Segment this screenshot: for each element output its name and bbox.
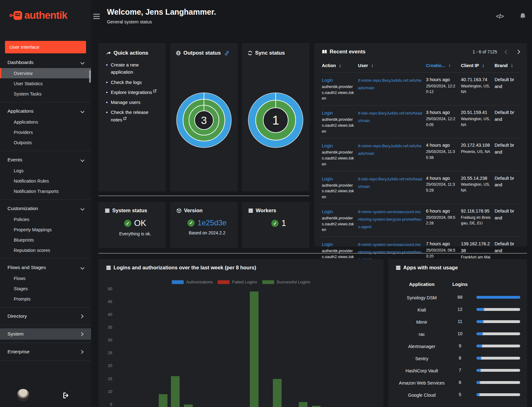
- sidebar-item-stages[interactable]: Stages: [0, 283, 91, 294]
- quick-action-check-the-release-notes[interactable]: •Check the release notes: [106, 109, 160, 123]
- sidebar-section-system[interactable]: System: [0, 328, 91, 340]
- event-user-link[interactable]: tf-mimir-system:serviceaccount:monitorin…: [358, 209, 422, 229]
- sidebar-section-flows-and-stages[interactable]: Flows and Stages: [0, 262, 91, 273]
- bell-icon[interactable]: [519, 12, 527, 20]
- event-action-link[interactable]: Login: [322, 77, 333, 84]
- y-axis-tick: 25: [103, 350, 112, 356]
- quick-action-check-the-logs[interactable]: •Check the logs: [106, 79, 160, 86]
- event-action-link[interactable]: Login: [322, 241, 333, 248]
- sidebar-scrollbar[interactable]: [89, 70, 91, 83]
- event-brand: Default brand: [495, 142, 516, 156]
- sidebar-item-notification-transports[interactable]: Notification Transports: [0, 186, 91, 196]
- sort-icon[interactable]: ↕: [511, 63, 513, 68]
- authentik-logo-icon: [9, 10, 22, 21]
- avatar[interactable]: [17, 389, 29, 401]
- sign-out-icon[interactable]: [62, 392, 69, 399]
- code-icon[interactable]: </>: [496, 12, 503, 20]
- sidebar-section-dashboards[interactable]: Dashboards: [0, 57, 91, 68]
- version-value[interactable]: 1e25d3e: [197, 218, 226, 227]
- event-user-link[interactable]: tf-mimir-repo:BeryJu/k8s:ref:refs/heads/…: [358, 78, 422, 90]
- column-header-creatio[interactable]: Creatio...↑: [426, 62, 461, 69]
- sidebar-item-system-tasks[interactable]: System Tasks: [0, 89, 91, 99]
- bullet-icon: •: [106, 89, 108, 96]
- user-interface-button[interactable]: User interface: [5, 41, 86, 53]
- sidebar-item-prompts[interactable]: Prompts: [0, 294, 91, 304]
- quick-action-label: Explore integrations: [111, 89, 157, 96]
- sidebar-item-applications[interactable]: Applications: [0, 117, 91, 127]
- list-item: Google Cloud5: [394, 391, 522, 403]
- sidebar-section-customization[interactable]: Customization: [0, 203, 91, 214]
- event-client-ip-cell: 92.116.178.95Freiburg im Breisgau, DE, E…: [461, 208, 495, 233]
- app-name: HashiCorp Vault: [394, 367, 449, 374]
- progress-fill: [476, 357, 481, 360]
- system-status-caption: Everything is ok.: [105, 231, 166, 236]
- sidebar-section-events[interactable]: Events: [0, 154, 91, 165]
- sidebar-item-providers[interactable]: Providers: [0, 127, 91, 137]
- sort-icon[interactable]: ↕: [482, 63, 484, 68]
- sidebar-item-overview[interactable]: Overview: [0, 68, 91, 78]
- sort-icon[interactable]: ↕: [339, 63, 341, 68]
- sidebar-item-property-mappings[interactable]: Property Mappings: [0, 224, 91, 235]
- sidebar-item-policies[interactable]: Policies: [0, 214, 91, 224]
- sidebar-section-directory[interactable]: Directory: [0, 311, 91, 322]
- sidebar-divider: [0, 307, 91, 307]
- quick-action-explore-integrations[interactable]: •Explore integrations: [106, 89, 160, 96]
- apps-column-logins: Logins: [449, 282, 471, 289]
- menu-icon[interactable]: [93, 14, 100, 20]
- sort-asc-icon[interactable]: ↑: [448, 63, 451, 68]
- app-logins: 12: [449, 306, 471, 312]
- event-user-link[interactable]: tf-mimir-repo:BeryJu/k8s:ref:refs/heads/…: [358, 144, 422, 156]
- event-action-link[interactable]: Login: [322, 176, 333, 183]
- progress-fill: [476, 320, 484, 323]
- sidebar-item-user-statistics[interactable]: User Statistics: [0, 78, 91, 89]
- quick-actions-card: Quick actions •Create a new application•…: [99, 43, 166, 191]
- event-client-ip: 92.116.178.95: [461, 208, 491, 215]
- quick-action-label: Check the logs: [111, 79, 142, 86]
- quick-action-manage-users[interactable]: •Manage users: [106, 99, 160, 106]
- column-header-brand[interactable]: Brand↕: [495, 62, 520, 69]
- sidebar: authentik User interface DashboardsOverv…: [0, 0, 91, 407]
- book-icon: [322, 49, 327, 54]
- event-timestamp: 25/03/2024, 12:20:05: [426, 116, 458, 128]
- chart-bar: [184, 405, 193, 407]
- progress-fill: [476, 369, 481, 372]
- sort-icon[interactable]: ↕: [371, 63, 373, 68]
- chevron-down-icon: [80, 207, 85, 211]
- sidebar-item-outposts[interactable]: Outposts: [0, 137, 91, 148]
- apps-usage-card: Apps with most usage Application Logins …: [388, 259, 527, 407]
- pagination-next-icon[interactable]: [516, 50, 520, 54]
- app-usage-bar: [471, 379, 522, 384]
- share-icon: [106, 51, 111, 56]
- table-row: Loginauthentik.providers.oauth2.views.to…: [322, 204, 520, 237]
- event-user-cell: tf-mimir-repo:BeryJu/k8s:ref:refs/heads/…: [358, 76, 426, 101]
- column-header-action[interactable]: Action↕: [322, 62, 358, 69]
- event-client-ip-cell: 20.51.159.41Washington, US, NA: [461, 109, 495, 134]
- event-action-link[interactable]: Login: [322, 143, 333, 150]
- sidebar-item-notification-rules[interactable]: Notification Rules: [0, 176, 91, 186]
- workers-title: Workers: [256, 208, 276, 213]
- column-header-user[interactable]: User↕: [358, 62, 426, 69]
- event-action-link[interactable]: Login: [322, 208, 333, 215]
- sidebar-item-reputation-scores[interactable]: Reputation scores: [0, 245, 91, 255]
- sidebar-item-logs[interactable]: Logs: [0, 165, 91, 176]
- sidebar-nav: DashboardsOverviewUser StatisticsSystem …: [0, 57, 91, 364]
- pagination-prev-icon[interactable]: [505, 50, 509, 54]
- sidebar-section-applications[interactable]: Applications: [0, 105, 91, 117]
- column-header-client-ip[interactable]: Client IP↕: [461, 62, 495, 69]
- outpost-status-value: 3: [194, 110, 214, 130]
- event-user-link[interactable]: tf-loki-repo:BeryJu/k8s:ref:refs/heads/m…: [358, 111, 422, 123]
- app-usage-bar: [471, 355, 522, 360]
- progress-track: [476, 332, 520, 335]
- sidebar-item-blueprints[interactable]: Blueprints: [0, 235, 91, 245]
- y-axis-tick: 35: [103, 325, 112, 330]
- sidebar-section-enterprise[interactable]: Enterprise: [0, 346, 91, 357]
- event-action-link[interactable]: Login: [322, 110, 333, 117]
- event-user-link[interactable]: tf-loki-repo:BeryJu/k8s:ref:refs/heads/m…: [358, 177, 422, 189]
- link-icon[interactable]: [225, 51, 229, 56]
- progress-track: [476, 369, 520, 372]
- quick-action-create-a-new-application[interactable]: •Create a new application: [106, 61, 160, 76]
- sidebar-item-flows[interactable]: Flows: [0, 273, 91, 283]
- list-item: rac10: [394, 330, 522, 342]
- event-geo: Washington, US, NA: [461, 83, 491, 95]
- app-name: Mimir: [394, 318, 449, 325]
